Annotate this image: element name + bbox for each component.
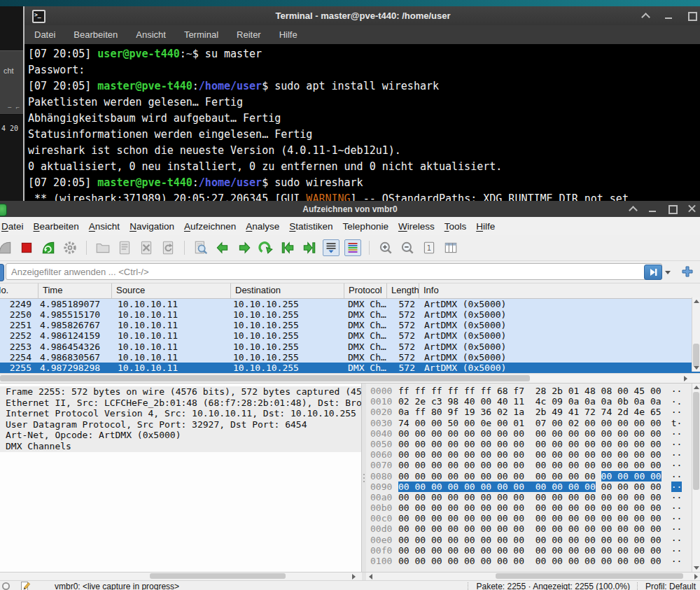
terminal-menu-bearbeiten[interactable]: Bearbeiten — [74, 29, 118, 40]
scroll-right-arrow-icon[interactable] — [352, 574, 356, 580]
hex-row[interactable]: 00c000 00 00 00 00 00 00 00 00 00 00 00 … — [366, 513, 692, 524]
zoom-out-icon[interactable] — [399, 239, 416, 256]
hex-row[interactable]: 00200a ff 80 9f 19 36 02 1a 2b 49 41 72 … — [366, 407, 692, 417]
detail-line[interactable]: Internet Protocol Version 4, Src: 10.10.… — [0, 408, 361, 419]
scroll-down-arrow-icon[interactable] — [694, 566, 699, 570]
terminal-menu-hilfe[interactable]: Hilfe — [279, 29, 298, 40]
packet-row[interactable]: 22494.98518907710.10.10.1110.10.10.255DM… — [0, 299, 700, 309]
menu-ansicht[interactable]: Ansicht — [89, 221, 120, 232]
hex-row[interactable]: 001002 2e c3 98 40 00 40 11 4c 09 0a 0a … — [366, 396, 692, 407]
reload-file-icon[interactable] — [160, 239, 176, 256]
shade-window-button[interactable] — [629, 205, 637, 213]
scrollbar-thumb[interactable] — [0, 375, 530, 381]
terminal-menu-datei[interactable]: Datei — [34, 29, 55, 40]
column-header-length[interactable]: Length — [387, 283, 419, 298]
maximize-window-button[interactable] — [688, 12, 696, 20]
scrollbar-thumb[interactable] — [693, 392, 699, 490]
resize-columns-icon[interactable] — [442, 239, 459, 256]
scroll-right-arrow-icon[interactable] — [684, 376, 687, 381]
packet-list-horizontal-scrollbar[interactable] — [0, 373, 700, 384]
find-packet-icon[interactable] — [192, 239, 209, 256]
shade-window-button[interactable] — [642, 12, 650, 20]
scrollbar-thumb[interactable] — [693, 344, 699, 367]
save-file-icon[interactable] — [116, 239, 133, 256]
packet-list-vertical-scrollbar[interactable] — [692, 297, 700, 372]
terminal-menu-terminal[interactable]: Terminal — [184, 29, 218, 40]
detail-line[interactable]: DMX Channels — [0, 441, 361, 452]
menu-telephonie[interactable]: Telephonie — [343, 221, 388, 232]
hex-vertical-scrollbar[interactable] — [692, 384, 700, 572]
detail-line[interactable]: Frame 2255: 572 bytes on wire (4576 bits… — [0, 386, 361, 398]
menu-statistiken[interactable]: Statistiken — [289, 221, 332, 232]
menu-navigation[interactable]: Navigation — [130, 221, 174, 232]
capture-options-icon[interactable] — [62, 239, 78, 256]
go-to-packet-icon[interactable] — [258, 239, 274, 256]
scrollbar-thumb[interactable] — [150, 573, 286, 579]
column-header-destination[interactable]: Destination — [231, 283, 344, 298]
close-file-icon[interactable] — [138, 239, 155, 256]
scroll-down-arrow-icon[interactable] — [694, 366, 699, 370]
terminal-menu-reiter[interactable]: Reiter — [237, 29, 261, 40]
hex-row[interactable]: 00e000 00 00 00 00 00 00 00 00 00 00 00 … — [366, 535, 692, 545]
stop-capture-icon[interactable] — [18, 239, 35, 256]
menu-hilfe[interactable]: Hilfe — [476, 221, 495, 232]
menu-bearbeiten[interactable]: Bearbeiten — [34, 221, 79, 232]
last-packet-icon[interactable] — [301, 239, 318, 256]
apply-filter-button[interactable] — [644, 265, 662, 280]
column-header-protocol[interactable]: Protocol — [344, 283, 387, 298]
hex-row[interactable]: 006000 00 00 00 00 00 00 00 00 00 00 00 … — [366, 449, 692, 460]
auto-scroll-toggle-icon[interactable] — [323, 239, 340, 256]
packet-row[interactable]: 22514.98582676710.10.10.1110.10.10.255DM… — [0, 320, 700, 330]
menu-aufzeichnen[interactable]: Aufzeichnen — [184, 221, 236, 232]
column-header-source[interactable]: Source — [112, 283, 231, 298]
packet-row[interactable]: 22524.98612415910.10.10.1110.10.10.255DM… — [0, 330, 700, 341]
terminal-output[interactable]: [07 20:05] user@pve-t440:~$ su masterPas… — [24, 44, 700, 201]
zoom-original-icon[interactable]: 1 — [421, 239, 438, 256]
packet-row[interactable]: 22534.98645432610.10.10.1110.10.10.255DM… — [0, 342, 700, 352]
zoom-in-icon[interactable] — [377, 239, 394, 256]
filter-bookmark-icon[interactable] — [0, 264, 4, 281]
detail-line[interactable]: User Datagram Protocol, Src Port: 32927,… — [0, 419, 361, 430]
profile-text[interactable]: Profil: Default — [645, 582, 696, 590]
restart-capture-icon[interactable] — [40, 239, 57, 256]
packet-row[interactable]: 22554.98729829810.10.10.1110.10.10.255DM… — [0, 363, 700, 373]
wireshark-titlebar[interactable]: Aufzeichnen von vmbr0 — [0, 201, 700, 217]
scroll-up-arrow-icon[interactable] — [694, 300, 699, 303]
minimize-window-button[interactable] — [649, 205, 657, 213]
previous-packet-icon[interactable] — [214, 239, 231, 256]
colorize-toggle-icon[interactable] — [344, 239, 361, 256]
scroll-up-arrow-icon[interactable] — [694, 386, 699, 389]
maximize-window-button[interactable] — [668, 205, 676, 213]
hex-row[interactable]: 00a000 00 00 00 00 00 00 00 00 00 00 00 … — [366, 492, 692, 503]
hex-row[interactable]: 00b000 00 00 00 00 00 00 00 00 00 00 00 … — [366, 503, 692, 513]
menu-tools[interactable]: Tools — [444, 221, 467, 232]
filter-dropdown-caret-icon[interactable] — [665, 271, 671, 274]
menu-datei[interactable]: Datei — [1, 221, 24, 232]
hex-row[interactable]: 004000 00 00 00 00 00 00 00 00 00 00 00 … — [366, 428, 692, 439]
hex-row[interactable]: 003074 00 00 50 00 0e 00 01 07 00 02 00 … — [366, 418, 692, 428]
start-capture-icon[interactable] — [0, 239, 13, 256]
open-file-icon[interactable] — [94, 239, 111, 256]
hex-row[interactable]: 00f000 00 00 00 00 00 00 00 00 00 00 00 … — [366, 545, 692, 556]
first-packet-icon[interactable] — [279, 239, 296, 256]
column-header-time[interactable]: Time — [38, 283, 112, 298]
display-filter-input[interactable] — [6, 263, 662, 280]
menu-wireless[interactable]: Wireless — [398, 221, 435, 232]
bottom-scrollbars[interactable] — [0, 572, 700, 580]
scrollbar-thumb[interactable] — [496, 573, 683, 579]
capture-file-properties-icon[interactable] — [1, 582, 10, 590]
detail-line[interactable]: Ethernet II, Src: LCFCHeFe_2b:01:48 (68:… — [0, 398, 361, 409]
hex-row[interactable]: 008000 00 00 00 00 00 00 00 00 00 00 00 … — [366, 471, 692, 482]
packet-row[interactable]: 22504.98551517010.10.10.1110.10.10.255DM… — [0, 309, 700, 320]
column-header-info[interactable]: Info — [419, 283, 700, 298]
hex-row[interactable]: 00d000 00 00 00 00 00 00 00 00 00 00 00 … — [366, 524, 692, 534]
hex-row[interactable]: 0000ff ff ff ff ff ff 68 f7 28 2b 01 48 … — [366, 386, 692, 396]
add-filter-button[interactable] — [680, 265, 694, 279]
hex-row[interactable]: 007000 00 00 00 00 00 00 00 00 00 00 00 … — [366, 460, 692, 470]
detail-line[interactable]: Art-Net, Opcode: ArtDMX (0x5000) — [0, 430, 361, 441]
column-header-no[interactable]: No. — [0, 283, 38, 298]
menu-analyse[interactable]: Analyse — [246, 221, 279, 232]
hex-row[interactable]: 005000 00 00 00 00 00 00 00 00 00 00 00 … — [366, 439, 692, 449]
scroll-left-arrow-icon[interactable] — [369, 574, 372, 580]
hex-row[interactable]: 010000 00 00 00 00 00 00 00 00 00 00 00 … — [366, 556, 692, 566]
